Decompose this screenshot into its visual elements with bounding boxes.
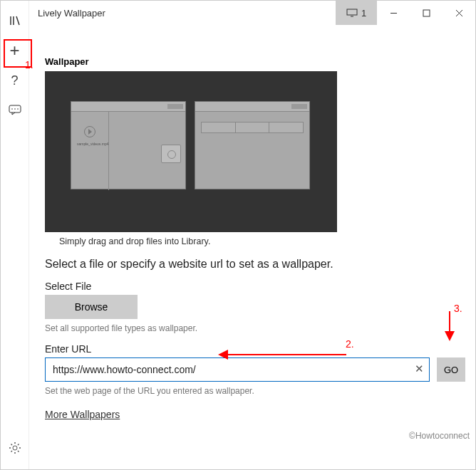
minimize-button[interactable] bbox=[377, 1, 410, 25]
maximize-button[interactable] bbox=[410, 1, 443, 25]
section-title: Wallpaper bbox=[45, 56, 465, 67]
monitor-select-button[interactable]: 1 bbox=[336, 1, 377, 25]
preview-caption: Simply drag and drop files into Library. bbox=[59, 236, 465, 246]
select-file-hint: Set all supported file types as wallpape… bbox=[45, 323, 465, 333]
annotation-arrow-2 bbox=[218, 348, 353, 365]
svg-point-13 bbox=[13, 446, 17, 450]
close-icon bbox=[455, 9, 463, 17]
maximize-icon bbox=[423, 9, 430, 17]
sidebar-item-settings[interactable] bbox=[1, 434, 29, 462]
preview-window-left: sample_videos.mp4 bbox=[71, 101, 186, 189]
svg-rect-0 bbox=[347, 9, 357, 15]
title-bar: Lively Wallpaper 1 bbox=[1, 1, 475, 25]
annotation-label-1: 1. bbox=[25, 59, 33, 70]
more-wallpapers-link[interactable]: More Wallpapers bbox=[45, 409, 120, 420]
svg-point-12 bbox=[17, 108, 19, 110]
annotation-label-3: 3. bbox=[454, 303, 462, 314]
sidebar: + ? bbox=[1, 1, 29, 469]
sidebar-item-help[interactable]: ? bbox=[1, 66, 29, 95]
feedback-icon bbox=[9, 105, 21, 116]
go-button[interactable]: GO bbox=[437, 357, 465, 382]
wallpaper-preview: sample_videos.mp4 bbox=[45, 71, 337, 232]
svg-line-21 bbox=[18, 444, 19, 446]
enter-url-hint: Set the web page of the URL you entered … bbox=[45, 386, 465, 396]
monitor-icon bbox=[346, 9, 358, 17]
svg-line-20 bbox=[11, 451, 12, 452]
instruction-text: Select a file or specify a website url t… bbox=[45, 258, 465, 271]
svg-line-18 bbox=[11, 444, 12, 446]
watermark: ©Howtoconnect bbox=[409, 431, 470, 441]
annotation-label-2: 2. bbox=[346, 338, 354, 350]
gear-icon bbox=[9, 442, 21, 454]
library-icon bbox=[9, 14, 21, 27]
monitor-label: 1 bbox=[361, 8, 366, 19]
svg-line-8 bbox=[16, 16, 19, 25]
svg-point-11 bbox=[14, 108, 16, 110]
minimize-icon bbox=[390, 9, 398, 17]
svg-point-10 bbox=[11, 108, 13, 110]
clear-url-icon[interactable]: ✕ bbox=[415, 362, 424, 375]
browse-button[interactable]: Browse bbox=[45, 295, 138, 319]
sidebar-item-feedback[interactable] bbox=[1, 96, 29, 125]
svg-line-19 bbox=[18, 451, 19, 452]
app-title: Lively Wallpaper bbox=[35, 1, 336, 25]
select-file-label: Select File bbox=[45, 281, 465, 292]
svg-rect-3 bbox=[423, 10, 430, 16]
preview-window-right bbox=[195, 101, 310, 189]
annotation-arrow-3 bbox=[443, 311, 457, 344]
help-icon: ? bbox=[11, 73, 18, 88]
close-button[interactable] bbox=[443, 1, 475, 25]
sidebar-item-library[interactable] bbox=[1, 6, 29, 35]
